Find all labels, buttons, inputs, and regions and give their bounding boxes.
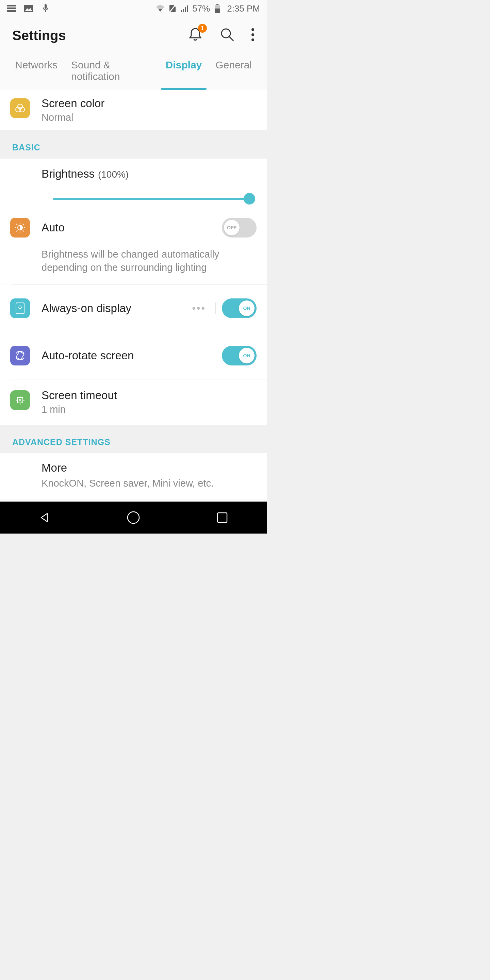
- svg-rect-11: [187, 5, 188, 12]
- auto-rotate-toggle[interactable]: ON: [222, 346, 256, 366]
- auto-rotate-title: Auto-rotate screen: [41, 349, 222, 362]
- svg-rect-1: [7, 8, 16, 9]
- notification-badge: 1: [198, 24, 207, 33]
- svg-rect-2: [7, 10, 16, 12]
- section-advanced: ADVANCED SETTINGS: [0, 425, 267, 453]
- always-on-display-item[interactable]: Always-on display ••• ON: [0, 285, 267, 332]
- timeout-value: 1 min: [41, 404, 256, 415]
- svg-line-28: [16, 224, 18, 225]
- app-header: Settings 1: [0, 17, 267, 54]
- svg-line-30: [16, 231, 18, 231]
- svg-rect-45: [218, 513, 227, 522]
- svg-rect-10: [185, 7, 186, 12]
- back-icon: [38, 511, 51, 524]
- no-sim-icon: [168, 4, 177, 13]
- aod-title: Always-on display: [41, 302, 182, 315]
- svg-line-31: [23, 224, 24, 225]
- svg-point-15: [221, 29, 231, 38]
- navigation-bar: [0, 501, 267, 533]
- toggle-knob-off: OFF: [224, 220, 240, 235]
- auto-brightness-title: Auto: [41, 221, 65, 234]
- brightness-icon: [14, 222, 26, 234]
- wifi-icon: [156, 4, 165, 13]
- home-button[interactable]: [126, 510, 141, 525]
- clock: 2:35 PM: [227, 3, 260, 14]
- svg-rect-14: [215, 8, 220, 13]
- section-basic: BASIC: [0, 130, 267, 159]
- brightness-block: Brightness (100%) Auto OFF Brightness wi…: [0, 159, 267, 285]
- list-icon: [7, 4, 16, 13]
- page-title: Settings: [12, 28, 66, 43]
- mic-icon: [41, 4, 50, 13]
- svg-point-17: [251, 28, 254, 31]
- color-icon: [14, 102, 26, 114]
- screen-color-item[interactable]: Screen color Normal: [0, 90, 267, 130]
- auto-brightness-toggle[interactable]: OFF: [222, 218, 256, 237]
- battery-percent: 57%: [192, 3, 210, 14]
- more-subtitle: KnockON, Screen saver, Mini view, etc.: [41, 478, 256, 489]
- svg-rect-5: [45, 4, 47, 9]
- toggle-knob-on: ON: [239, 301, 255, 316]
- kebab-icon: [251, 28, 255, 41]
- brightness-slider[interactable]: [53, 193, 253, 204]
- battery-icon: [213, 4, 222, 13]
- brightness-percent: (100%): [98, 169, 129, 180]
- aod-toggle[interactable]: ON: [222, 298, 256, 318]
- svg-rect-12: [216, 4, 218, 5]
- settings-tabs: Networks Sound & notification Display Ge…: [0, 54, 267, 90]
- search-button[interactable]: [219, 27, 235, 44]
- more-title: More: [41, 461, 256, 474]
- auto-brightness-desc: Brightness will be changed automatically…: [41, 248, 256, 274]
- tab-display[interactable]: Display: [159, 54, 209, 90]
- screen-color-value: Normal: [41, 112, 256, 123]
- svg-point-44: [127, 512, 139, 523]
- svg-point-18: [251, 33, 254, 36]
- toggle-knob-on-2: ON: [239, 348, 255, 363]
- home-icon: [127, 511, 140, 524]
- timeout-title: Screen timeout: [41, 389, 256, 402]
- svg-rect-0: [7, 5, 16, 6]
- screen-timeout-item[interactable]: Screen timeout 1 min: [0, 379, 267, 425]
- slider-track: [53, 198, 253, 200]
- more-item[interactable]: More KnockON, Screen saver, Mini view, e…: [0, 453, 267, 499]
- svg-point-33: [19, 306, 21, 309]
- timeout-icon: [14, 395, 26, 406]
- svg-rect-32: [16, 303, 24, 314]
- aod-settings-button[interactable]: •••: [182, 302, 216, 314]
- rotate-icon: [14, 350, 26, 362]
- svg-rect-3: [24, 5, 33, 12]
- signal-icon: [180, 4, 189, 13]
- notifications-button[interactable]: 1: [187, 27, 204, 44]
- search-icon: [219, 27, 235, 43]
- brightness-label: Brightness: [41, 167, 95, 180]
- tab-networks[interactable]: Networks: [8, 54, 64, 90]
- recents-button[interactable]: [215, 510, 230, 525]
- svg-line-16: [229, 37, 234, 41]
- auto-rotate-item[interactable]: Auto-rotate screen ON: [0, 332, 267, 379]
- slider-thumb[interactable]: [243, 193, 255, 205]
- svg-rect-8: [181, 10, 182, 12]
- tab-general[interactable]: General: [208, 54, 259, 90]
- recents-icon: [216, 512, 228, 523]
- image-icon: [24, 4, 33, 13]
- aod-icon: [15, 302, 25, 315]
- svg-line-29: [23, 231, 24, 231]
- svg-point-19: [251, 38, 254, 41]
- status-bar: 57% 2:35 PM: [0, 0, 267, 17]
- tab-sound[interactable]: Sound & notification: [64, 54, 159, 90]
- screen-color-title: Screen color: [41, 97, 256, 110]
- more-menu-button[interactable]: [251, 28, 255, 43]
- svg-rect-38: [16, 352, 24, 360]
- svg-rect-9: [183, 9, 184, 12]
- back-button[interactable]: [37, 510, 52, 525]
